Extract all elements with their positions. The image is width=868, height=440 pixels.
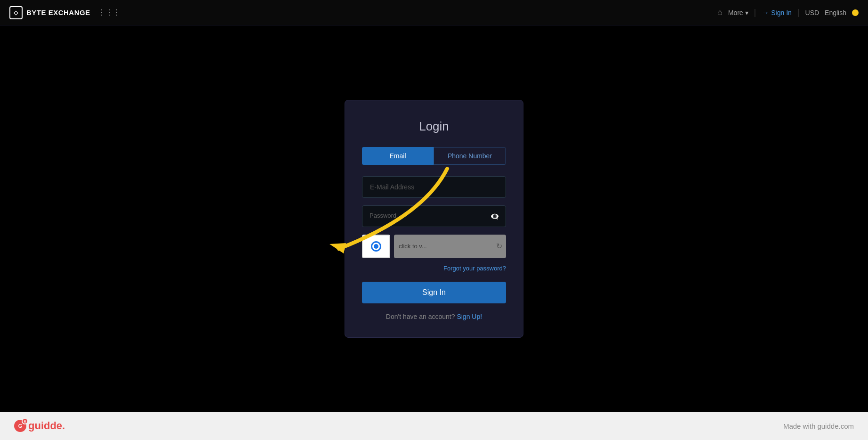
language-selector[interactable]: English [825,9,846,16]
email-field-container [362,176,506,198]
bottom-bar: G 6 guidde. Made with guidde.com [0,412,868,440]
signin-arrow-icon: → [762,8,769,17]
brand-logo[interactable]: ◇ BYTE EXCHANGE [9,6,90,19]
guidde-logo: G 6 guidde. [14,420,65,432]
captcha-refresh-icon[interactable]: ↻ [496,242,502,251]
status-dot [852,9,859,16]
grid-menu-icon[interactable]: ⋮⋮⋮ [98,8,121,17]
toggle-password-icon[interactable]: 👁‍🗨 [490,212,499,220]
currency-selector[interactable]: USD [805,9,820,16]
guidde-badge-count: 6 [22,418,28,424]
captcha-checkbox[interactable] [362,235,390,258]
nav-signin-button[interactable]: → Sign In [762,8,792,17]
password-field-container: Password 👁‍🗨 [362,205,506,227]
captcha-row: click to v... ↻ [362,235,506,258]
made-with-text: Made with guidde.com [783,422,854,430]
divider2: | [797,8,800,17]
captcha-radio-inner [374,244,378,249]
guidde-badge-icon: G 6 [14,420,26,432]
signup-row: Don't have an account? Sign Up! [362,313,506,320]
divider: | [754,8,756,17]
captcha-radio-button [371,241,381,252]
email-tab[interactable]: Email [362,147,434,165]
no-account-text: Don't have an account? [386,313,455,320]
signup-link[interactable]: Sign Up! [457,313,482,320]
svg-marker-0 [330,243,346,253]
home-icon[interactable]: ⌂ [717,8,723,17]
phone-tab[interactable]: Phone Number [434,147,506,165]
forgot-password-link[interactable]: Forgot your password? [443,265,506,272]
email-input[interactable] [362,176,506,198]
captcha-text-area[interactable]: click to v... ↻ [394,235,506,258]
guidde-brand-text: guidde. [28,420,65,432]
signin-button[interactable]: Sign In [362,282,506,303]
login-card: Login Email Phone Number Password 👁‍🗨 cl… [345,100,523,338]
nav-right-area: ⌂ More ▾ | → Sign In | USD English [717,8,859,17]
login-tab-group: Email Phone Number [362,147,506,165]
forgot-password-container: Forgot your password? [362,264,506,272]
more-menu[interactable]: More ▾ [728,9,748,16]
top-navigation: ◇ BYTE EXCHANGE ⋮⋮⋮ ⌂ More ▾ | → Sign In… [0,0,868,25]
captcha-text: click to v... [399,243,427,250]
password-input[interactable] [362,205,506,227]
login-title: Login [362,119,506,134]
brand-icon: ◇ [9,6,23,19]
main-content: Login Email Phone Number Password 👁‍🗨 cl… [0,25,868,412]
brand-name: BYTE EXCHANGE [26,8,90,16]
